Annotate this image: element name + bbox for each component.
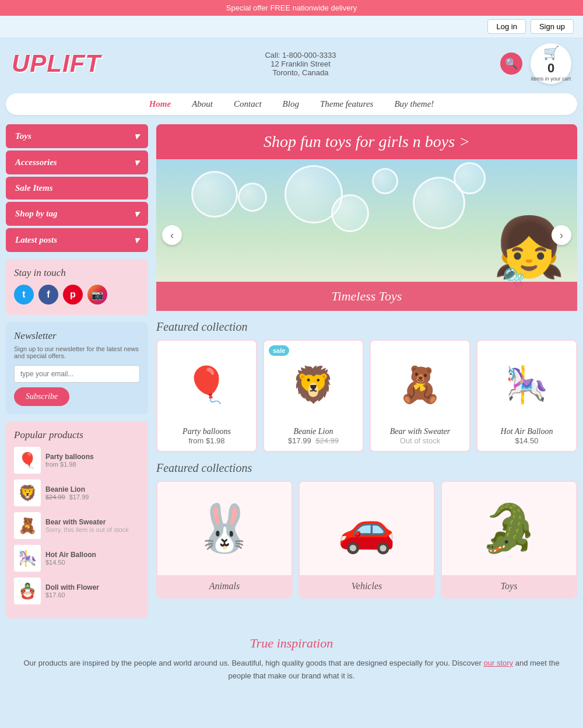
pinterest-icon[interactable]: p bbox=[63, 285, 83, 304]
product-info: Beanie Lion $24.99 $17.99 bbox=[45, 485, 89, 501]
header: UPLIFT Call: 1-800-000-3333 12 Franklin … bbox=[0, 37, 583, 90]
product-info: Bear with Sweater Sorry, this item is ou… bbox=[45, 518, 129, 533]
list-item[interactable]: 🦁 Beanie Lion $24.99 $17.99 bbox=[14, 480, 140, 506]
product-name: Hot Air Balloon bbox=[483, 427, 570, 436]
product-price: Out of stock bbox=[377, 436, 463, 445]
sidebar-item-latest-posts[interactable]: Latest posts ▾ bbox=[6, 228, 148, 252]
inspiration-text-start: Our products are inspired by the people … bbox=[23, 659, 483, 667]
email-input[interactable] bbox=[14, 365, 140, 383]
city: Toronto, Canada bbox=[265, 68, 336, 77]
address: 12 Franklin Street bbox=[265, 60, 336, 68]
collection-label: Vehicles bbox=[300, 575, 434, 597]
instagram-icon[interactable]: 📷 bbox=[87, 285, 107, 304]
list-item[interactable]: 🎠 Hot Air Balloon $14.50 bbox=[14, 545, 140, 572]
product-name: Bear with Sweater bbox=[45, 518, 129, 526]
social-icons: t f p 📷 bbox=[14, 285, 140, 304]
product-price: $14.50 bbox=[483, 436, 570, 445]
sidebar-item-toys[interactable]: Toys ▾ bbox=[6, 124, 148, 148]
cart-count: 0 bbox=[547, 61, 554, 76]
product-grid: 🎈 Party balloons from $1.98 sale 🦁 Beani… bbox=[156, 340, 577, 452]
search-button[interactable]: 🔍 bbox=[500, 52, 522, 75]
collection-label: Animals bbox=[157, 575, 292, 597]
inspiration-section: True inspiration Our products are inspir… bbox=[0, 624, 583, 694]
slider-caption: Timeless Toys bbox=[156, 282, 577, 311]
search-icon: 🔍 bbox=[505, 57, 518, 70]
newsletter-box: Newsletter Sign up to our newsletter for… bbox=[6, 322, 148, 414]
newsletter-description: Sign up to our newsletter for the latest… bbox=[14, 345, 140, 359]
cart[interactable]: 🛒 0 items in your cart bbox=[531, 43, 571, 84]
sidebar-item-shop-by-tag[interactable]: Shop by tag ▾ bbox=[6, 202, 148, 226]
collection-card-toys[interactable]: 🐊 Toys bbox=[441, 481, 577, 598]
product-price: $17.60 bbox=[45, 592, 99, 598]
our-story-link[interactable]: our story bbox=[484, 659, 514, 667]
list-item[interactable]: 🎈 Party balloons from $1.98 bbox=[14, 447, 140, 474]
product-card[interactable]: 🎠 Hot Air Balloon $14.50 bbox=[476, 340, 577, 452]
phone: Call: 1-800-000-3333 bbox=[265, 51, 336, 60]
product-price: from $1.98 bbox=[163, 436, 250, 445]
product-image: 🧸 bbox=[377, 346, 463, 422]
contact-info: Call: 1-800-000-3333 12 Franklin Street … bbox=[265, 51, 336, 77]
product-thumbnail: 🎠 bbox=[14, 545, 41, 572]
collections-grid: 🐰 Animals 🚗 Vehicles 🐊 Toys bbox=[156, 481, 577, 598]
chevron-down-icon: ▾ bbox=[134, 235, 139, 246]
product-name: Party balloons bbox=[45, 453, 94, 461]
main-nav: Home About Contact Blog Theme features B… bbox=[6, 93, 577, 115]
nav-buy-theme[interactable]: Buy theme! bbox=[394, 99, 434, 109]
collection-image: 🐊 bbox=[442, 482, 576, 575]
collection-card-animals[interactable]: 🐰 Animals bbox=[156, 481, 293, 598]
sidebar-accessories-label: Accessories bbox=[15, 158, 57, 167]
collection-image: 🚗 bbox=[300, 482, 434, 575]
subscribe-button[interactable]: Subscribe bbox=[14, 387, 69, 406]
product-info: Doll with Flower $17.60 bbox=[45, 583, 99, 598]
product-card[interactable]: 🧸 Bear with Sweater Out of stock bbox=[370, 340, 470, 452]
nav-theme-features[interactable]: Theme features bbox=[320, 99, 374, 109]
sidebar-item-accessories[interactable]: Accessories ▾ bbox=[6, 150, 148, 174]
chevron-down-icon: ▾ bbox=[134, 157, 139, 168]
twitter-icon[interactable]: t bbox=[14, 285, 34, 304]
chevron-down-icon: ▾ bbox=[134, 208, 139, 219]
list-item[interactable]: 🧸 Bear with Sweater Sorry, this item is … bbox=[14, 512, 140, 539]
login-button[interactable]: Log in bbox=[487, 19, 525, 34]
product-price: $14.50 bbox=[45, 559, 96, 566]
product-name: Beanie Lion bbox=[270, 427, 357, 436]
product-price: $17.99 $24.99 bbox=[270, 436, 357, 445]
list-item[interactable]: 🪆 Doll with Flower $17.60 bbox=[14, 578, 140, 604]
sidebar-toys-label: Toys bbox=[15, 131, 31, 141]
nav-about[interactable]: About bbox=[192, 99, 213, 109]
product-price: Sorry, this item is out of stock bbox=[45, 526, 129, 533]
featured-collection-title: Featured collection bbox=[156, 320, 577, 334]
stay-in-touch-box: Stay in touch t f p 📷 bbox=[6, 259, 148, 315]
sidebar-shopbytag-label: Shop by tag bbox=[15, 209, 58, 219]
slider-prev-button[interactable]: ‹ bbox=[162, 225, 182, 245]
image-slider: 👧 🫧 Timeless Toys ‹ › bbox=[156, 159, 577, 311]
sidebar-latestposts-label: Latest posts bbox=[15, 235, 57, 245]
collection-card-vehicles[interactable]: 🚗 Vehicles bbox=[298, 481, 435, 598]
hero-banner[interactable]: Shop fun toys for girls n boys > bbox=[156, 124, 577, 159]
sale-badge: sale bbox=[269, 345, 289, 356]
product-thumbnail: 🧸 bbox=[14, 512, 41, 539]
slider-next-button[interactable]: › bbox=[552, 225, 571, 245]
sidebar-sale-label: Sale Items bbox=[15, 183, 53, 193]
signup-button[interactable]: Sign up bbox=[531, 19, 574, 34]
chevron-down-icon: ▾ bbox=[134, 131, 139, 142]
popular-products-title: Popular products bbox=[14, 429, 140, 441]
sidebar: Toys ▾ Accessories ▾ Sale Items Shop by … bbox=[6, 124, 148, 618]
facebook-icon[interactable]: f bbox=[38, 285, 58, 304]
product-card[interactable]: sale 🦁 Beanie Lion $17.99 $24.99 bbox=[263, 340, 364, 452]
sidebar-item-sale[interactable]: Sale Items bbox=[6, 177, 148, 200]
nav-contact[interactable]: Contact bbox=[234, 99, 262, 109]
top-banner: Special offer FREE nationwide delivery bbox=[0, 0, 583, 16]
product-card[interactable]: 🎈 Party balloons from $1.98 bbox=[156, 340, 257, 452]
cart-label: items in your cart bbox=[531, 76, 571, 82]
product-thumbnail: 🦁 bbox=[14, 480, 41, 506]
featured-collections-title: Featured collections bbox=[156, 461, 577, 475]
logo[interactable]: UPLIFT bbox=[12, 50, 101, 78]
product-image: 🦁 bbox=[270, 346, 357, 422]
nav-blog[interactable]: Blog bbox=[283, 99, 299, 109]
product-name: Doll with Flower bbox=[45, 583, 99, 592]
product-name: Hot Air Balloon bbox=[45, 551, 96, 559]
section-featured-collection: Featured collection 🎈 Party balloons fro… bbox=[156, 320, 577, 452]
inspiration-title: True inspiration bbox=[23, 636, 560, 651]
main-content: Toys ▾ Accessories ▾ Sale Items Shop by … bbox=[0, 118, 583, 624]
nav-home[interactable]: Home bbox=[149, 99, 171, 109]
